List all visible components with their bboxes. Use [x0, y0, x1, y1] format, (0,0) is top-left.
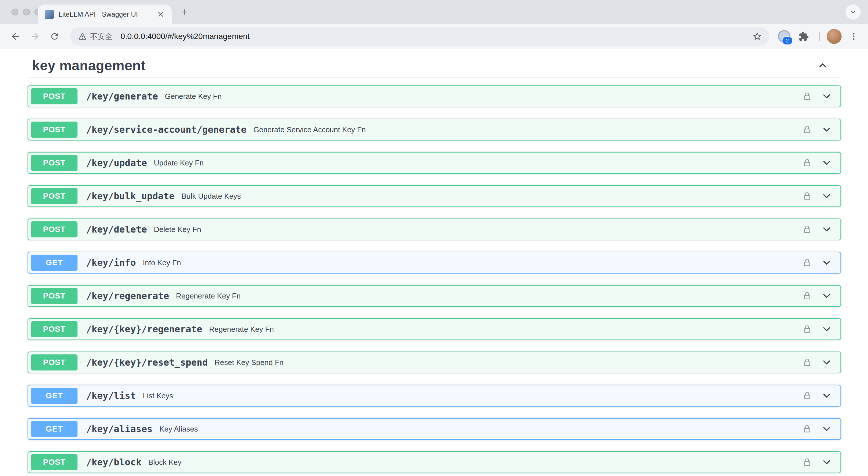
endpoint-path: /key/regenerate [86, 291, 169, 301]
endpoint-row[interactable]: POST /key/regenerate Regenerate Key Fn [28, 285, 841, 307]
method-badge: POST [31, 188, 78, 204]
method-badge: POST [31, 222, 78, 237]
endpoint-row[interactable]: POST /key/generate Generate Key Fn [28, 86, 841, 107]
method-badge: GET [31, 388, 78, 404]
traffic-light-close[interactable] [11, 9, 19, 15]
profile-avatar[interactable] [827, 29, 842, 44]
section-header-key-management[interactable]: key management [28, 54, 841, 77]
endpoint-row[interactable]: POST /key/service-account/generate Gener… [28, 119, 841, 140]
method-badge: POST [31, 288, 78, 304]
endpoint-summary: Regenerate Key Fn [176, 292, 241, 301]
chevron-down-icon[interactable] [821, 456, 832, 468]
endpoint-row[interactable]: POST /key/{key}/reset_spend Reset Key Sp… [28, 351, 841, 373]
endpoint-summary: Update Key Fn [154, 159, 204, 167]
browser-tab[interactable]: LiteLLM API - Swagger UI [38, 5, 172, 24]
lock-icon[interactable] [803, 125, 812, 134]
method-badge: POST [31, 155, 78, 171]
endpoint-summary: Key Aliases [159, 425, 198, 434]
toolbar-divider [818, 32, 820, 41]
forward-icon[interactable] [25, 27, 45, 46]
endpoint-row[interactable]: POST /key/{key}/regenerate Regenerate Ke… [28, 318, 841, 340]
chevron-down-icon[interactable] [821, 257, 832, 268]
extension-icon[interactable]: 2 [776, 28, 792, 44]
extension-badge: 2 [782, 36, 793, 45]
endpoint-path: /key/block [86, 457, 142, 468]
tab-title: LiteLLM API - Swagger UI [59, 10, 156, 19]
endpoint-path: /key/service-account/generate [86, 124, 247, 135]
chevron-down-icon[interactable] [821, 157, 832, 169]
chevron-down-icon[interactable] [821, 423, 832, 435]
lock-icon[interactable] [803, 158, 812, 168]
endpoint-path: /key/{key}/regenerate [86, 324, 203, 335]
method-badge: POST [31, 354, 78, 371]
method-badge: POST [31, 454, 78, 470]
security-warning-icon[interactable] [78, 32, 87, 41]
lock-icon[interactable] [803, 92, 812, 101]
lock-icon[interactable] [803, 291, 812, 301]
browser-window: LiteLLM API - Swagger UI 不安全 0. [0, 0, 868, 476]
lock-icon[interactable] [803, 358, 812, 367]
chevron-down-icon[interactable] [821, 191, 832, 202]
endpoint-summary: Generate Key Fn [165, 92, 222, 101]
endpoint-row[interactable]: POST /key/delete Delete Key Fn [28, 218, 841, 240]
endpoint-row[interactable]: GET /key/info Info Key Fn [28, 252, 841, 274]
chevron-down-icon[interactable] [821, 91, 832, 102]
endpoint-row[interactable]: GET /key/list List Keys [28, 385, 841, 407]
chevron-down-icon[interactable] [821, 324, 832, 335]
lock-icon[interactable] [803, 457, 812, 467]
browser-menu-kebab-icon[interactable] [845, 28, 862, 45]
lock-icon[interactable] [803, 191, 812, 201]
extensions-puzzle-icon[interactable] [796, 28, 812, 44]
back-icon[interactable] [6, 27, 25, 46]
endpoint-summary: Block Key [148, 458, 182, 467]
endpoint-summary: Reset Key Spend Fn [215, 358, 284, 367]
endpoint-row[interactable]: POST /key/bulk_update Bulk Update Keys [28, 185, 841, 207]
tab-close-icon[interactable] [156, 9, 166, 20]
endpoint-path: /key/{key}/reset_spend [86, 357, 208, 368]
endpoint-summary: Bulk Update Keys [181, 192, 241, 201]
swagger-page: key management POST /key/generate Genera… [0, 49, 868, 476]
method-badge: POST [31, 88, 78, 104]
chevron-down-icon[interactable] [821, 124, 832, 135]
endpoint-row[interactable]: GET /key/aliases Key Aliases [28, 418, 841, 440]
section-title: key management [32, 58, 146, 73]
lock-icon[interactable] [803, 225, 812, 234]
tab-favicon [45, 10, 54, 19]
endpoint-list: POST /key/generate Generate Key Fn POST … [28, 86, 841, 473]
browser-toolbar: 不安全 0.0.0.0:4000/#/key%20management 2 [0, 24, 868, 49]
toolbar-right-icons: 2 [776, 28, 862, 45]
endpoint-summary: List Keys [143, 392, 173, 400]
endpoint-path: /key/info [86, 257, 136, 268]
endpoint-path: /key/list [86, 390, 136, 401]
endpoint-path: /key/bulk_update [86, 191, 175, 202]
endpoint-path: /key/aliases [86, 423, 152, 434]
reload-icon[interactable] [45, 27, 64, 46]
chevron-down-icon[interactable] [821, 224, 832, 235]
tab-search-chevron-icon[interactable] [846, 5, 861, 20]
lock-icon[interactable] [803, 324, 812, 334]
url-text[interactable]: 0.0.0.0:4000/#/key%20management [121, 32, 250, 41]
chevron-down-icon[interactable] [821, 290, 832, 302]
endpoint-path: /key/delete [86, 224, 147, 235]
endpoint-row[interactable]: POST /key/block Block Key [28, 451, 841, 473]
method-badge: POST [31, 122, 78, 138]
endpoint-summary: Delete Key Fn [154, 225, 201, 234]
lock-icon[interactable] [803, 424, 812, 434]
chevron-down-icon[interactable] [821, 357, 832, 368]
traffic-light-minimize[interactable] [23, 9, 30, 15]
endpoint-summary: Regenerate Key Fn [209, 325, 274, 334]
method-badge: POST [31, 321, 78, 337]
method-badge: GET [31, 254, 78, 271]
section-collapse-chevron-up-icon[interactable] [817, 60, 828, 71]
new-tab-button[interactable] [176, 4, 192, 20]
lock-icon[interactable] [803, 258, 812, 268]
bookmark-star-icon[interactable] [752, 31, 763, 42]
security-chip-label[interactable]: 不安全 [90, 32, 113, 42]
url-bar[interactable]: 不安全 0.0.0.0:4000/#/key%20management [70, 27, 769, 45]
endpoint-row[interactable]: POST /key/update Update Key Fn [28, 152, 841, 174]
lock-icon[interactable] [803, 391, 812, 401]
window-controls [11, 9, 41, 15]
chevron-down-icon[interactable] [821, 390, 832, 402]
tab-strip: LiteLLM API - Swagger UI [0, 0, 868, 24]
method-badge: GET [31, 421, 78, 437]
